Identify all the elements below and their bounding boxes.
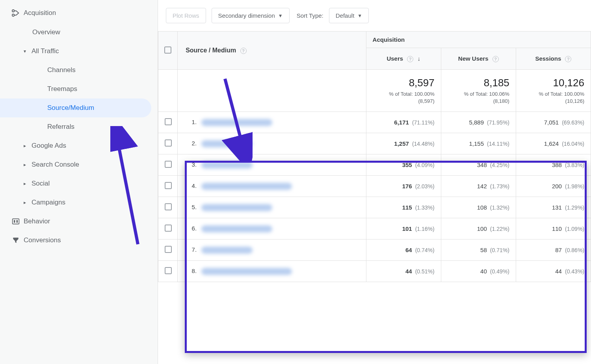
dimension-cell[interactable]: 3. <box>178 154 366 176</box>
main-content: Plot Rows Secondary dimension ▼ Sort Typ… <box>158 0 591 364</box>
select-all-cell <box>158 32 178 70</box>
table-row[interactable]: 5. 115(1.33%)108(1.32%)131(1.29%) <box>158 197 591 218</box>
table-row[interactable]: 7. 64(0.74%)58(0.71%)87(0.86%) <box>158 240 591 261</box>
svg-point-0 <box>12 10 14 12</box>
table-row[interactable]: 1. 6,171(71.11%)5,889(71.95%)7,051(69.63… <box>158 112 591 133</box>
dimension-cell[interactable]: 4. <box>178 176 366 197</box>
help-icon[interactable]: ? <box>492 56 499 62</box>
acquisition-icon <box>8 9 24 17</box>
row-index: 4. <box>184 182 200 189</box>
dimension-cell[interactable]: 1. <box>178 112 366 133</box>
sort-type-label: Sort Type: <box>297 12 323 19</box>
row-checkbox[interactable] <box>165 182 172 189</box>
row-checkbox[interactable] <box>165 161 172 168</box>
row-checkbox[interactable] <box>165 118 172 125</box>
users-cell: 6,171(71.11%) <box>366 112 441 133</box>
redacted-source-medium <box>201 268 292 275</box>
help-icon[interactable]: ? <box>407 56 413 62</box>
new-users-cell: 40(0.49%) <box>441 261 516 282</box>
toolbar: Plot Rows Secondary dimension ▼ Sort Typ… <box>158 0 591 31</box>
sessions-cell: 1,624(16.04%) <box>516 133 591 154</box>
row-checkbox[interactable] <box>165 139 172 147</box>
table-row[interactable]: 3. 355(4.09%)348(4.25%)388(3.83%) <box>158 154 591 176</box>
total-new-users: 8,185 % of Total: 100.06% (8,180) <box>441 70 516 112</box>
sidebar-section-label: Behavior <box>24 217 50 225</box>
sidebar-item-channels[interactable]: Channels <box>0 61 158 80</box>
behavior-icon <box>8 217 24 225</box>
sidebar-item-social[interactable]: Social <box>0 174 158 193</box>
row-checkbox[interactable] <box>165 267 172 274</box>
sidebar-item-search-console[interactable]: Search Console <box>0 155 158 174</box>
redacted-source-medium <box>201 225 272 232</box>
chevron-down-icon: ▼ <box>278 13 283 19</box>
sidebar-item-referrals[interactable]: Referrals <box>0 117 158 136</box>
chevron-down-icon: ▼ <box>357 13 362 19</box>
sessions-cell: 110(1.09%) <box>516 218 591 240</box>
row-checkbox[interactable] <box>165 246 172 253</box>
dimension-cell[interactable]: 6. <box>178 218 366 240</box>
sessions-cell: 200(1.98%) <box>516 176 591 197</box>
dimension-cell[interactable]: 8. <box>178 261 366 282</box>
dropdown-label: Secondary dimension <box>218 12 275 19</box>
group-header-acquisition: Acquisition <box>366 32 591 48</box>
new-users-cell: 142(1.73%) <box>441 176 516 197</box>
sessions-cell: 87(0.86%) <box>516 240 591 261</box>
row-index: 7. <box>184 246 200 253</box>
users-cell: 176(2.03%) <box>366 176 441 197</box>
users-cell: 115(1.33%) <box>366 197 441 218</box>
dropdown-label: Default <box>336 12 355 19</box>
row-checkbox[interactable] <box>165 203 172 210</box>
svg-rect-2 <box>13 219 19 224</box>
secondary-dimension-dropdown[interactable]: Secondary dimension ▼ <box>212 8 290 23</box>
sidebar-section-label: Acquisition <box>24 9 56 17</box>
help-icon[interactable]: ? <box>565 56 571 62</box>
sidebar-item-source-medium[interactable]: Source/Medium <box>0 98 151 117</box>
row-index: 5. <box>184 204 200 210</box>
sidebar: Acquisition Overview All Traffic Channel… <box>0 0 158 364</box>
column-header-new-users[interactable]: New Users ? <box>441 48 516 70</box>
users-cell: 64(0.74%) <box>366 240 441 261</box>
new-users-cell: 100(1.22%) <box>441 218 516 240</box>
sort-type-dropdown[interactable]: Default ▼ <box>329 8 369 23</box>
row-index: 8. <box>184 267 200 274</box>
sessions-cell: 388(3.83%) <box>516 154 591 176</box>
sidebar-section-label: Conversions <box>24 236 61 244</box>
conversions-icon <box>8 236 24 244</box>
dimension-cell[interactable]: 2. <box>178 133 366 154</box>
dimension-cell[interactable]: 7. <box>178 240 366 261</box>
svg-rect-3 <box>14 220 15 223</box>
sidebar-item-all-traffic[interactable]: All Traffic <box>0 42 158 61</box>
column-header-sessions[interactable]: Sessions ? <box>516 48 591 70</box>
redacted-source-medium <box>201 140 253 147</box>
table-row[interactable]: 6. 101(1.16%)100(1.22%)110(1.09%) <box>158 218 591 240</box>
sort-arrow-down-icon: ↓ <box>417 55 420 62</box>
row-index: 3. <box>184 161 200 168</box>
users-cell: 355(4.09%) <box>366 154 441 176</box>
row-checkbox[interactable] <box>165 225 172 232</box>
table-row[interactable]: 4. 176(2.03%)142(1.73%)200(1.98%) <box>158 176 591 197</box>
table-row[interactable]: 8. 44(0.51%)40(0.49%)44(0.43%) <box>158 261 591 282</box>
plot-rows-button[interactable]: Plot Rows <box>166 8 206 23</box>
new-users-cell: 1,155(14.11%) <box>441 133 516 154</box>
dimension-cell[interactable]: 5. <box>178 197 366 218</box>
row-index: 6. <box>184 225 200 232</box>
total-users: 8,597 % of Total: 100.00% (8,597) <box>366 70 441 112</box>
column-header-users[interactable]: Users ? ↓ <box>366 48 441 70</box>
sidebar-item-overview[interactable]: Overview <box>0 23 158 42</box>
redacted-source-medium <box>201 204 272 211</box>
sidebar-item-google-ads[interactable]: Google Ads <box>0 136 158 155</box>
sidebar-section-behavior[interactable]: Behavior <box>0 212 158 231</box>
table-row[interactable]: 2. 1,257(14.48%)1,155(14.11%)1,624(16.04… <box>158 133 591 154</box>
total-sessions: 10,126 % of Total: 100.00% (10,126) <box>516 70 591 112</box>
svg-rect-4 <box>17 220 18 223</box>
help-icon[interactable]: ? <box>240 48 247 54</box>
dimension-header[interactable]: Source / Medium ? <box>178 32 366 70</box>
redacted-source-medium <box>201 162 253 169</box>
sidebar-item-treemaps[interactable]: Treemaps <box>0 80 158 98</box>
select-all-checkbox[interactable] <box>164 46 171 54</box>
sessions-cell: 131(1.29%) <box>516 197 591 218</box>
sessions-cell: 44(0.43%) <box>516 261 591 282</box>
sidebar-section-acquisition[interactable]: Acquisition <box>0 3 158 23</box>
sidebar-item-campaigns[interactable]: Campaigns <box>0 193 158 212</box>
sidebar-section-conversions[interactable]: Conversions <box>0 231 158 250</box>
